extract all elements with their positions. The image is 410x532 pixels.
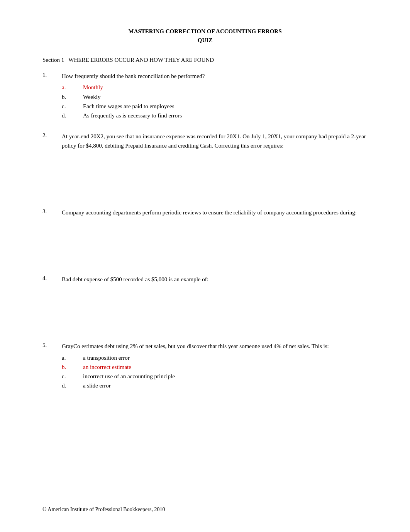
answer-5d-text: a slide error <box>83 381 111 390</box>
answer-1d: d. As frequently as is necessary to find… <box>62 111 368 120</box>
answer-5c-text: incorrect use of an accounting principle <box>83 372 175 381</box>
question-4-content: Bad debt expense of $500 recorded as $5,… <box>62 275 368 330</box>
question-3: 3. Company accounting departments perfor… <box>42 208 368 263</box>
question-1: 1. How frequently should the bank reconc… <box>42 72 368 121</box>
footer: © American Institute of Professional Boo… <box>42 507 368 513</box>
question-2: 2. At year-end 20X2, you see that no ins… <box>42 132 368 197</box>
question-4: 4. Bad debt expense of $500 recorded as … <box>42 275 368 330</box>
answer-1c: c. Each time wages are paid to employees <box>62 102 368 111</box>
question-5-answers: a. a transposition error b. an incorrect… <box>62 354 368 391</box>
answer-1c-text: Each time wages are paid to employees <box>83 102 175 111</box>
answer-5b: b. an incorrect estimate <box>62 363 368 372</box>
page: MASTERING CORRECTION OF ACCOUNTING ERROR… <box>0 0 410 532</box>
answer-5d: d. a slide error <box>62 381 368 390</box>
question-3-blank <box>62 217 368 263</box>
question-1-content: How frequently should the bank reconcili… <box>62 72 368 121</box>
question-1-number: 1. <box>42 72 62 78</box>
answer-1b: b. Weekly <box>62 93 368 102</box>
answer-1a: a. Monthly <box>62 83 368 92</box>
question-2-number: 2. <box>42 132 62 139</box>
answer-5a-text: a transposition error <box>83 354 130 362</box>
question-2-content: At year-end 20X2, you see that no insura… <box>62 132 368 197</box>
question-5-content: GrayCo estimates debt using 2% of net sa… <box>62 342 368 391</box>
answer-1b-text: Weekly <box>83 93 100 102</box>
question-4-text: Bad debt expense of $500 recorded as $5,… <box>62 275 368 284</box>
answer-5b-text: an incorrect estimate <box>83 363 131 372</box>
section-heading: Section 1 WHERE ERRORS OCCUR AND HOW THE… <box>42 57 368 63</box>
answer-5b-letter: b. <box>62 363 83 372</box>
question-3-text: Company accounting departments perform p… <box>62 208 368 217</box>
answer-1a-text: Monthly <box>83 83 103 92</box>
answer-1b-letter: b. <box>62 93 83 102</box>
question-2-text: At year-end 20X2, you see that no insura… <box>62 132 368 150</box>
answer-5a-letter: a. <box>62 354 83 362</box>
answer-1d-text: As frequently as is necessary to find er… <box>83 111 182 120</box>
question-1-text: How frequently should the bank reconcili… <box>62 72 368 81</box>
question-2-blank <box>62 150 368 197</box>
question-5: 5. GrayCo estimates debt using 2% of net… <box>42 342 368 391</box>
footer-text: © American Institute of Professional Boo… <box>42 507 165 512</box>
page-title: MASTERING CORRECTION OF ACCOUNTING ERROR… <box>42 27 368 44</box>
question-4-number: 4. <box>42 275 62 282</box>
question-5-number: 5. <box>42 342 62 348</box>
question-5-text: GrayCo estimates debt using 2% of net sa… <box>62 342 368 351</box>
answer-5c: c. incorrect use of an accounting princi… <box>62 372 368 381</box>
question-3-number: 3. <box>42 208 62 215</box>
question-4-blank <box>62 284 368 330</box>
answer-1a-letter: a. <box>62 83 83 92</box>
question-1-answers: a. Monthly b. Weekly c. Each time wages … <box>62 83 368 120</box>
answer-1c-letter: c. <box>62 102 83 111</box>
answer-5a: a. a transposition error <box>62 354 368 362</box>
answer-5d-letter: d. <box>62 381 83 390</box>
section-label: Section 1 WHERE ERRORS OCCUR AND HOW THE… <box>42 57 214 63</box>
answer-1d-letter: d. <box>62 111 83 120</box>
title-line1: MASTERING CORRECTION OF ACCOUNTING ERROR… <box>42 27 368 36</box>
answer-5c-letter: c. <box>62 372 83 381</box>
title-line2: QUIZ <box>42 36 368 45</box>
question-3-content: Company accounting departments perform p… <box>62 208 368 263</box>
